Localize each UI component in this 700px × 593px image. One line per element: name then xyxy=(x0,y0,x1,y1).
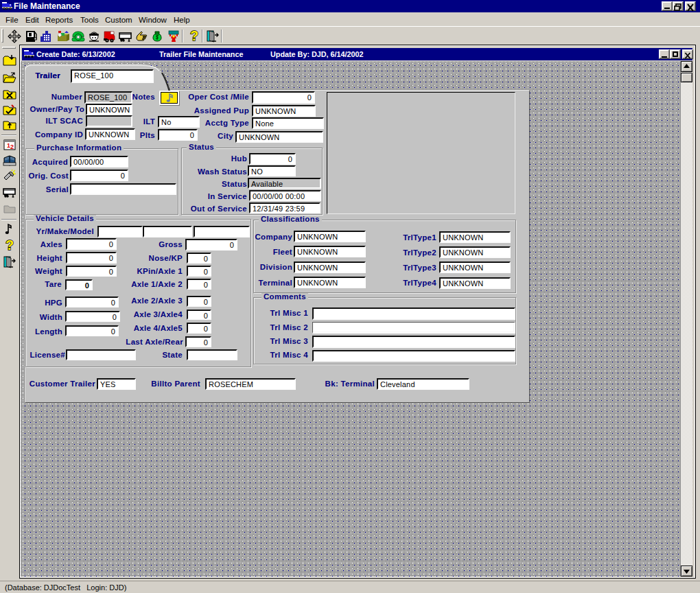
svg-text:?: ? xyxy=(190,29,198,43)
svg-text:?: ? xyxy=(5,238,14,252)
svg-text:2: 2 xyxy=(10,143,14,150)
